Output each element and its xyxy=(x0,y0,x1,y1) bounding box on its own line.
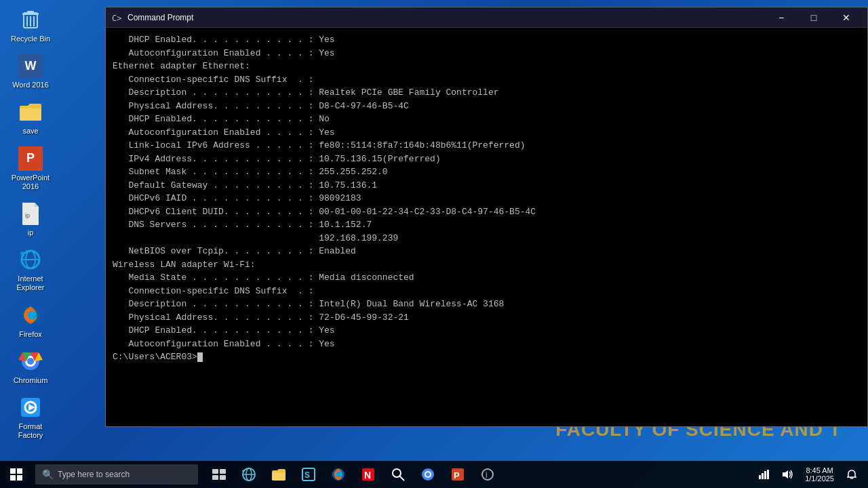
chromium-label: Chromium xyxy=(14,376,48,385)
taskbar: 🔍 Type here to search e xyxy=(0,461,868,488)
taskbar-store[interactable]: S xyxy=(294,461,323,488)
cmd-title-icon: C> xyxy=(111,12,122,23)
cmd-controls: − □ ✕ xyxy=(766,7,862,28)
volume-icon[interactable] xyxy=(776,461,798,488)
recycle-bin-icon xyxy=(17,6,44,33)
maximize-button[interactable]: □ xyxy=(798,7,829,28)
taskbar-task-view[interactable] xyxy=(204,461,234,488)
svg-rect-2 xyxy=(27,11,34,13)
firefox-icon xyxy=(17,302,44,329)
svg-rect-48 xyxy=(759,475,761,479)
command-prompt-window: C> Command Prompt − □ ✕ DHCP Enabled. . … xyxy=(105,7,868,427)
ppt-icon: P xyxy=(17,145,44,172)
svg-point-15 xyxy=(27,358,34,365)
clock-date: 1/1/2025 xyxy=(805,474,834,483)
svg-marker-52 xyxy=(783,470,788,479)
taskbar-netflix[interactable]: N xyxy=(353,461,383,488)
ip-label: ip xyxy=(28,228,34,237)
ie-label: Internet Explorer xyxy=(6,274,55,292)
cmd-content[interactable]: DHCP Enabled. . . . . . . . . . . : Yes … xyxy=(106,28,867,426)
taskbar-right: 8:45 AM 1/1/2025 xyxy=(753,461,868,488)
svg-text:N: N xyxy=(364,470,371,481)
svg-rect-49 xyxy=(762,473,764,479)
desktop-icon-area: Recycle Bin W Word 2016 save P Power xyxy=(0,0,61,461)
svg-text:ip: ip xyxy=(25,212,30,219)
search-placeholder: Type here to search xyxy=(58,470,130,479)
svg-rect-22 xyxy=(17,468,22,474)
ppt-label: PowerPoint 2016 xyxy=(6,174,55,191)
desktop-icon-format-factory[interactable]: Format Factory xyxy=(3,391,58,443)
ip-file-icon: ip xyxy=(17,200,44,227)
firefox-label: Firefox xyxy=(19,330,42,339)
desktop-icon-ie[interactable]: e Internet Explorer xyxy=(3,243,58,295)
chromium-icon xyxy=(17,348,44,375)
desktop-icon-save[interactable]: save xyxy=(3,96,58,138)
svg-text:S: S xyxy=(304,470,310,480)
taskbar-ie[interactable]: e xyxy=(234,461,264,488)
svg-point-46 xyxy=(482,469,493,480)
svg-rect-21 xyxy=(10,468,16,474)
svg-text:e: e xyxy=(20,247,24,258)
desktop-icon-recycle-bin[interactable]: Recycle Bin xyxy=(3,3,58,46)
taskbar-ppt[interactable]: P xyxy=(443,461,473,488)
format-factory-label: Format Factory xyxy=(6,422,55,440)
desktop-icon-ip[interactable]: ip ip xyxy=(3,197,58,240)
word-icon: W xyxy=(17,52,44,79)
taskbar-items: e S xyxy=(204,461,753,488)
close-button[interactable]: ✕ xyxy=(831,7,862,28)
desktop: Recycle Bin W Word 2016 save P Power xyxy=(0,0,868,488)
desktop-icon-word[interactable]: W Word 2016 xyxy=(3,49,58,92)
clock-time: 8:45 AM xyxy=(806,466,833,474)
svg-rect-50 xyxy=(764,471,766,479)
svg-rect-23 xyxy=(10,475,16,481)
taskbar-search-btn[interactable] xyxy=(383,461,413,488)
svg-text:i: i xyxy=(486,470,488,480)
svg-rect-1 xyxy=(22,13,39,15)
recycle-bin-label: Recycle Bin xyxy=(11,35,50,43)
svg-rect-28 xyxy=(220,475,226,480)
svg-rect-51 xyxy=(767,470,769,479)
desktop-icon-ppt[interactable]: P PowerPoint 2016 xyxy=(3,142,58,194)
taskbar-explorer[interactable] xyxy=(264,461,294,488)
search-icon: 🔍 xyxy=(42,469,54,480)
save-folder-icon xyxy=(17,98,44,125)
svg-rect-24 xyxy=(17,475,22,481)
desktop-icon-firefox[interactable]: Firefox xyxy=(3,299,58,342)
taskbar-chromium[interactable] xyxy=(413,461,443,488)
taskbar-time[interactable]: 8:45 AM 1/1/2025 xyxy=(800,466,840,483)
network-icon[interactable] xyxy=(753,461,775,488)
svg-text:P: P xyxy=(454,470,460,481)
notification-icon[interactable] xyxy=(841,461,863,488)
start-button[interactable] xyxy=(0,461,33,488)
svg-text:e: e xyxy=(242,468,245,474)
svg-rect-27 xyxy=(212,475,218,480)
desktop-icon-chromium[interactable]: Chromium xyxy=(3,345,58,388)
save-label: save xyxy=(22,127,38,136)
svg-point-43 xyxy=(426,472,430,476)
svg-rect-26 xyxy=(220,469,226,474)
word-label: Word 2016 xyxy=(12,81,49,89)
taskbar-search[interactable]: 🔍 Type here to search xyxy=(35,464,198,485)
taskbar-firefox[interactable] xyxy=(323,461,353,488)
cmd-titlebar[interactable]: C> Command Prompt − □ ✕ xyxy=(106,7,867,28)
format-factory-icon xyxy=(17,394,44,421)
svg-text:C>: C> xyxy=(112,14,121,23)
ie-icon: e xyxy=(17,246,44,273)
taskbar-systr[interactable]: i xyxy=(473,461,502,488)
svg-line-40 xyxy=(399,476,404,481)
svg-rect-25 xyxy=(212,469,218,474)
minimize-button[interactable]: − xyxy=(766,7,797,28)
cmd-title-text: Command Prompt xyxy=(127,13,766,22)
